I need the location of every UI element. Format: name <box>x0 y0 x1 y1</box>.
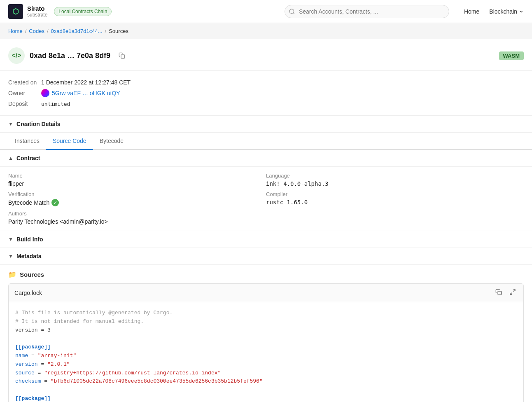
code-line: checksum = "bfb6d71005dc22a708c7496eee5c… <box>15 377 517 386</box>
owner-value[interactable]: 5Grw vaEF … oHGK utQY <box>41 89 120 97</box>
contract-hash: 0xad 8e1a … 7e0a 8df9 <box>30 51 110 60</box>
code-line: # This file is automatically @generated … <box>15 309 517 318</box>
verify-check-icon: ✓ <box>51 199 59 206</box>
verification-item: Verification Bytecode Match ✓ <box>8 191 266 206</box>
language-value: ink! 4.0.0-alpha.3 <box>266 180 524 187</box>
brand-name: Sirato <box>27 5 47 12</box>
tabs-bar: Instances Source Code Bytecode <box>0 133 532 150</box>
svg-rect-2 <box>121 55 125 58</box>
nav-blockchain[interactable]: Blockchain <box>489 8 524 15</box>
sources-section: 📁 Sources Cargo.lock <box>0 265 532 402</box>
build-info-label: Build Info <box>16 236 43 243</box>
created-on-row: Created on 1 December 2022 at 12:27:48 C… <box>8 77 524 87</box>
authors-value: Parity Technologies <admin@parity.io> <box>8 218 266 225</box>
breadcrumb-home[interactable]: Home <box>8 28 23 34</box>
wasm-badge: WASM <box>499 51 524 60</box>
compiler-item: Compiler rustc 1.65.0 <box>266 191 524 206</box>
header: ⬡ Sirato substrate Local Contracts Chain… <box>0 0 532 23</box>
name-label: Name <box>8 173 266 179</box>
logo-area: ⬡ Sirato substrate <box>8 4 47 19</box>
build-info-chevron: ▼ <box>8 236 13 242</box>
contract-subsection-toggle[interactable]: ▲ Contract <box>0 150 532 167</box>
tab-bytecode[interactable]: Bytecode <box>93 133 130 150</box>
authors-label: Authors <box>8 210 266 217</box>
breadcrumb-sep-3: / <box>105 28 107 34</box>
chain-badge: Local Contracts Chain <box>54 7 112 16</box>
code-block: # This file is automatically @generated … <box>9 302 523 402</box>
breadcrumb-sep-2: / <box>47 28 49 34</box>
code-line <box>15 334 517 343</box>
copy-icon[interactable] <box>119 52 125 59</box>
code-line <box>15 386 517 395</box>
owner-avatar <box>41 89 49 97</box>
deposit-value: unlimited <box>41 101 70 107</box>
owner-label: Owner <box>8 90 41 96</box>
contract-header: </> 0xad 8e1a … 7e0a 8df9 WASM <box>0 39 532 71</box>
sources-title-row: 📁 Sources <box>8 271 524 278</box>
breadcrumb-codes[interactable]: Codes <box>29 28 44 34</box>
language-item: Language ink! 4.0.0-alpha.3 <box>266 173 524 187</box>
brand-sub: substrate <box>27 12 47 18</box>
details-section: Created on 1 December 2022 at 12:27:48 C… <box>0 71 532 116</box>
contract-grid: Name flipper Language ink! 4.0.0-alpha.3… <box>0 167 532 231</box>
svg-line-4 <box>513 290 515 292</box>
language-label: Language <box>266 173 524 179</box>
metadata-label: Metadata <box>16 253 42 259</box>
tab-source-code[interactable]: Source Code <box>46 133 93 150</box>
compiler-label: Compiler <box>266 191 524 197</box>
breadcrumb-current: Sources <box>109 28 128 34</box>
creation-details-toggle[interactable]: ▼ Creation Details <box>0 116 532 133</box>
svg-rect-3 <box>498 291 502 295</box>
metadata-toggle[interactable]: ▼ Metadata <box>0 248 532 265</box>
deposit-label: Deposit <box>8 100 41 107</box>
created-on-value: 1 December 2022 at 12:27:48 CET <box>41 79 131 86</box>
code-line: name = "array-init" <box>15 352 517 360</box>
expand-code-button[interactable] <box>508 288 518 298</box>
metadata-chevron: ▼ <box>8 253 13 259</box>
code-line: version = 3 <box>15 326 517 335</box>
chevron-icon: ▼ <box>8 121 13 127</box>
svg-point-0 <box>289 9 294 14</box>
verification-label: Verification <box>8 191 266 197</box>
search-input-wrap <box>285 5 449 18</box>
deposit-row: Deposit unlimited <box>8 99 524 109</box>
created-on-label: Created on <box>8 79 41 86</box>
compiler-value: rustc 1.65.0 <box>266 199 524 206</box>
contract-chevron: ▲ <box>8 155 13 161</box>
file-card: Cargo.lock <box>8 283 524 402</box>
tab-instances[interactable]: Instances <box>8 133 46 150</box>
header-nav: Home Blockchain <box>464 8 524 15</box>
breadcrumb-hash[interactable]: 0xad8e1a3d7d1c44... <box>51 28 103 34</box>
breadcrumb-sep-1: / <box>25 28 27 34</box>
owner-row: Owner 5Grw vaEF … oHGK utQY <box>8 87 524 99</box>
file-card-header: Cargo.lock <box>9 284 523 302</box>
breadcrumb: Home / Codes / 0xad8e1a3d7d1c44... / Sou… <box>0 23 532 39</box>
creation-details-label: Creation Details <box>16 121 61 127</box>
svg-line-5 <box>510 292 512 294</box>
sources-title: Sources <box>20 271 44 278</box>
brand-text: Sirato substrate <box>27 5 47 18</box>
code-line: [[package]] <box>15 343 517 352</box>
name-item: Name flipper <box>8 173 266 187</box>
chevron-down-icon <box>519 9 524 14</box>
file-name: Cargo.lock <box>14 290 42 296</box>
main-content: </> 0xad 8e1a … 7e0a 8df9 WASM Created o… <box>0 39 532 402</box>
verification-value: Bytecode Match ✓ <box>8 199 266 206</box>
header-search <box>285 5 449 18</box>
svg-line-1 <box>293 13 294 14</box>
search-icon <box>289 8 295 15</box>
contract-section-label: Contract <box>16 155 40 161</box>
search-input[interactable] <box>285 5 449 18</box>
copy-code-button[interactable] <box>494 288 504 298</box>
file-actions <box>494 288 518 298</box>
logo-icon: ⬡ <box>12 7 19 16</box>
build-info-toggle[interactable]: ▼ Build Info <box>0 231 532 248</box>
authors-item: Authors Parity Technologies <admin@parit… <box>8 210 266 225</box>
nav-home[interactable]: Home <box>464 8 479 15</box>
folder-icon: 📁 <box>8 271 16 278</box>
code-line: version = "2.0.1" <box>15 360 517 369</box>
code-icon: </> <box>8 47 25 64</box>
code-line: source = "registry+https://github.com/ru… <box>15 369 517 378</box>
code-line: [[package]] <box>15 395 517 402</box>
code-line: # It is not intended for manual editing. <box>15 318 517 326</box>
